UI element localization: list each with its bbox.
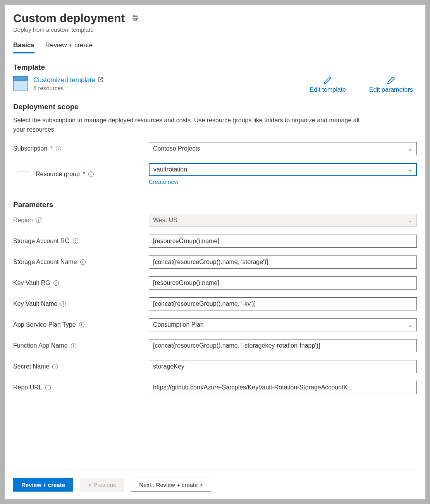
wizard-footer: Review + create < Previous Next : Review…	[13, 470, 417, 492]
info-icon[interactable]: i	[45, 385, 51, 390]
key-vault-name-label: Key Vault Name i	[13, 300, 149, 307]
edit-parameters-link[interactable]: Edit parameters	[369, 76, 413, 93]
edit-parameters-label: Edit parameters	[369, 86, 413, 93]
customized-template-link[interactable]: Customized template	[33, 76, 103, 84]
info-icon[interactable]: i	[80, 259, 86, 265]
section-parameters-heading: Parameters	[13, 201, 417, 209]
pencil-icon	[323, 76, 332, 85]
page-subtitle: Deploy from a custom template	[13, 26, 417, 33]
storage-account-name-input[interactable]	[149, 255, 417, 269]
edit-template-link[interactable]: Edit template	[310, 76, 346, 93]
resource-count: 6 resources	[33, 85, 103, 91]
review-create-button[interactable]: Review + create	[13, 478, 73, 492]
secret-name-label: Secret Name i	[13, 363, 149, 370]
info-icon[interactable]: i	[73, 238, 78, 244]
info-icon[interactable]: i	[56, 146, 61, 151]
chevron-down-icon: ⌄	[408, 217, 413, 223]
template-icon	[13, 76, 28, 91]
info-icon[interactable]: i	[60, 301, 66, 307]
info-icon[interactable]: i	[36, 218, 41, 223]
chevron-down-icon: ⌄	[408, 166, 412, 173]
info-icon[interactable]: i	[71, 343, 76, 348]
secret-name-input[interactable]	[149, 360, 417, 373]
region-value: West US	[153, 217, 177, 224]
chevron-down-icon: ⌄	[408, 322, 413, 328]
tab-basics[interactable]: Basics	[13, 41, 34, 53]
page-title: Custom deployment	[13, 12, 125, 25]
plan-value: Consumption Plan	[153, 321, 204, 328]
key-vault-name-input[interactable]	[149, 297, 417, 310]
create-new-link[interactable]: Create new	[149, 178, 179, 185]
function-app-name-input[interactable]	[149, 339, 417, 352]
function-app-name-label: Function App Name i	[13, 342, 149, 349]
tabs: Basics Review + create	[13, 41, 417, 54]
info-icon[interactable]: i	[88, 171, 94, 177]
external-link-icon	[98, 77, 103, 84]
section-scope-heading: Deployment scope	[13, 103, 417, 111]
region-select: West US ⌄	[149, 214, 417, 227]
pencil-icon	[387, 76, 396, 85]
info-icon[interactable]: i	[53, 280, 59, 286]
tab-review-create[interactable]: Review + create	[45, 41, 93, 53]
info-icon[interactable]: i	[52, 364, 58, 369]
storage-account-rg-label: Storage Account RG i	[13, 238, 149, 245]
storage-account-name-label: Storage Account Name i	[13, 259, 149, 266]
resource-group-label: Resource group * i	[13, 171, 149, 178]
repo-url-input[interactable]	[149, 381, 417, 394]
resource-group-select[interactable]: vaultrotation ⌄	[149, 163, 417, 176]
scope-description: Select the subscription to manage deploy…	[13, 116, 370, 134]
subscription-select[interactable]: Contoso Projects ⌄	[149, 142, 417, 155]
key-vault-rg-label: Key Vault RG i	[13, 279, 149, 286]
subscription-value: Contoso Projects	[153, 145, 200, 152]
info-icon[interactable]: i	[79, 322, 84, 327]
key-vault-rg-input[interactable]	[149, 276, 417, 290]
section-template-heading: Template	[13, 63, 417, 72]
app-service-plan-type-select[interactable]: Consumption Plan ⌄	[149, 318, 417, 331]
repo-url-label: Repo URL i	[13, 384, 149, 391]
storage-account-rg-input[interactable]	[149, 235, 417, 248]
next-button[interactable]: Next : Review + create >	[131, 478, 211, 492]
previous-button: < Previous	[80, 478, 124, 492]
print-icon[interactable]	[132, 14, 139, 22]
app-service-plan-type-label: App Service Plan Type i	[13, 321, 149, 328]
subscription-label: Subscription * i	[13, 145, 149, 152]
edit-template-label: Edit template	[310, 86, 346, 93]
chevron-down-icon: ⌄	[408, 146, 413, 152]
custom-deployment-panel: Custom deployment Deploy from a custom t…	[5, 5, 425, 499]
resource-group-value: vaultrotation	[153, 166, 187, 173]
region-label: Region i	[13, 217, 149, 224]
customized-template-label: Customized template	[33, 76, 95, 84]
